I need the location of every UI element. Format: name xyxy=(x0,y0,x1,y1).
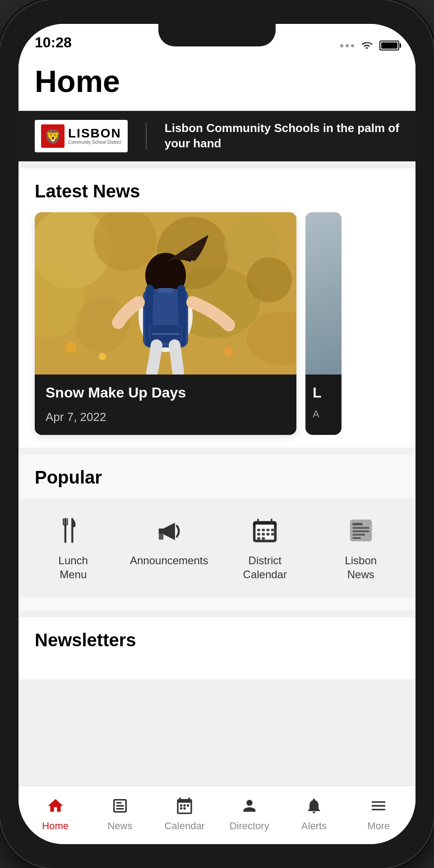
popular-section: Popular xyxy=(18,455,416,610)
svg-rect-45 xyxy=(352,530,369,532)
phone-screen: 10:28 Home xyxy=(18,24,416,844)
utensils-icon xyxy=(57,515,89,546)
bottom-nav: Home News xyxy=(18,786,416,844)
svg-rect-43 xyxy=(352,523,362,525)
nav-item-alerts[interactable]: Alerts xyxy=(282,795,346,832)
svg-point-19 xyxy=(224,347,233,356)
popular-item-calendar[interactable]: DistrictCalendar xyxy=(219,506,311,590)
newsletters-section: Newsletters xyxy=(18,617,416,679)
svg-text:🦁: 🦁 xyxy=(44,128,62,145)
status-icons xyxy=(340,40,399,51)
svg-rect-39 xyxy=(271,533,274,535)
svg-rect-52 xyxy=(184,807,186,809)
popular-item-lunch[interactable]: LunchMenu xyxy=(28,506,119,590)
svg-rect-47 xyxy=(352,537,361,539)
popular-item-lunch-label: LunchMenu xyxy=(59,553,88,581)
news-card-1-body: Snow Make Up Days Apr 7, 2022 xyxy=(35,375,296,435)
more-nav-icon xyxy=(368,795,389,817)
signal-icon xyxy=(340,44,354,47)
svg-rect-48 xyxy=(180,804,182,806)
nav-label-news: News xyxy=(107,820,132,832)
school-name: LISBON xyxy=(68,127,121,140)
svg-rect-35 xyxy=(271,529,274,531)
news-card-peek-date: A xyxy=(313,408,334,420)
news-card-1-date: Apr 7, 2022 xyxy=(46,410,286,424)
news-icon xyxy=(345,515,377,546)
svg-rect-50 xyxy=(187,804,189,806)
svg-rect-37 xyxy=(262,533,265,535)
nav-item-calendar[interactable]: Calendar xyxy=(152,795,217,832)
battery-icon xyxy=(379,41,399,50)
popular-item-lisbon-news-label: LisbonNews xyxy=(345,553,377,581)
news-card-1-image xyxy=(35,212,296,375)
calendar-icon xyxy=(249,515,281,546)
popular-item-calendar-label: DistrictCalendar xyxy=(243,553,287,581)
news-card-1[interactable]: Snow Make Up Days Apr 7, 2022 xyxy=(35,212,296,435)
news-card-peek[interactable]: L A xyxy=(305,212,342,435)
popular-grid: LunchMenu Announcements xyxy=(18,498,416,598)
popular-title: Popular xyxy=(18,467,416,488)
news-nav-icon xyxy=(109,795,131,817)
svg-rect-44 xyxy=(352,527,369,529)
page-title: Home xyxy=(35,64,399,98)
newsletters-title: Newsletters xyxy=(35,630,399,650)
svg-rect-33 xyxy=(262,529,265,531)
banner: 🦁 LISBON Community School District Lisbo… xyxy=(18,111,416,161)
latest-news-title: Latest News xyxy=(35,181,399,201)
lisbon-text: LISBON Community School District xyxy=(68,127,121,145)
svg-rect-34 xyxy=(267,529,270,531)
news-card-peek-letter: L xyxy=(313,384,334,401)
svg-rect-26 xyxy=(159,534,163,539)
nav-item-home[interactable]: Home xyxy=(23,795,88,832)
latest-news-section: Latest News xyxy=(18,169,416,448)
svg-rect-40 xyxy=(257,537,260,540)
nav-label-home: Home xyxy=(42,820,69,832)
svg-rect-49 xyxy=(184,804,186,806)
calendar-nav-icon xyxy=(174,795,195,817)
nav-item-more[interactable]: More xyxy=(346,795,411,832)
svg-rect-32 xyxy=(257,529,260,531)
popular-item-lisbon-news[interactable]: LisbonNews xyxy=(315,506,407,590)
nav-label-directory: Directory xyxy=(230,820,269,832)
svg-rect-51 xyxy=(180,807,182,809)
popular-item-announcements-label: Announcements xyxy=(130,553,208,567)
screen-content[interactable]: Home 🦁 LISBON Community School District xyxy=(18,55,416,786)
directory-nav-icon xyxy=(239,795,260,817)
banner-logo: 🦁 LISBON Community School District xyxy=(35,120,128,152)
school-sub: Community School District xyxy=(68,140,121,145)
svg-rect-41 xyxy=(262,537,265,540)
svg-rect-46 xyxy=(352,534,365,535)
svg-rect-17 xyxy=(157,288,174,292)
phone-frame: 10:28 Home xyxy=(0,0,434,868)
news-card-peek-body: L A xyxy=(305,375,342,430)
banner-tagline: Lisbon Community Schools in the palm of … xyxy=(165,121,399,151)
logo-box: 🦁 LISBON Community School District xyxy=(35,120,128,152)
nav-item-news[interactable]: News xyxy=(88,795,152,832)
svg-rect-38 xyxy=(267,533,270,535)
svg-rect-36 xyxy=(257,533,260,535)
nav-label-calendar: Calendar xyxy=(165,820,205,832)
page-title-section: Home xyxy=(18,55,416,111)
banner-divider xyxy=(146,123,147,150)
megaphone-icon xyxy=(153,515,185,546)
status-time: 10:28 xyxy=(35,34,72,51)
svg-point-18 xyxy=(99,353,106,360)
lion-logo-icon: 🦁 xyxy=(41,124,65,148)
svg-point-20 xyxy=(65,342,76,353)
home-icon xyxy=(45,795,66,817)
nav-label-more: More xyxy=(367,820,390,832)
news-cards-scroll[interactable]: Snow Make Up Days Apr 7, 2022 L A xyxy=(35,212,399,435)
popular-item-announcements[interactable]: Announcements xyxy=(124,506,215,590)
notch xyxy=(158,24,276,46)
wifi-icon xyxy=(360,40,374,51)
nav-label-alerts: Alerts xyxy=(301,820,327,832)
news-card-peek-image xyxy=(305,212,342,375)
alerts-nav-icon xyxy=(303,795,325,817)
news-card-1-title: Snow Make Up Days xyxy=(46,384,286,401)
nav-item-directory[interactable]: Directory xyxy=(217,795,282,832)
